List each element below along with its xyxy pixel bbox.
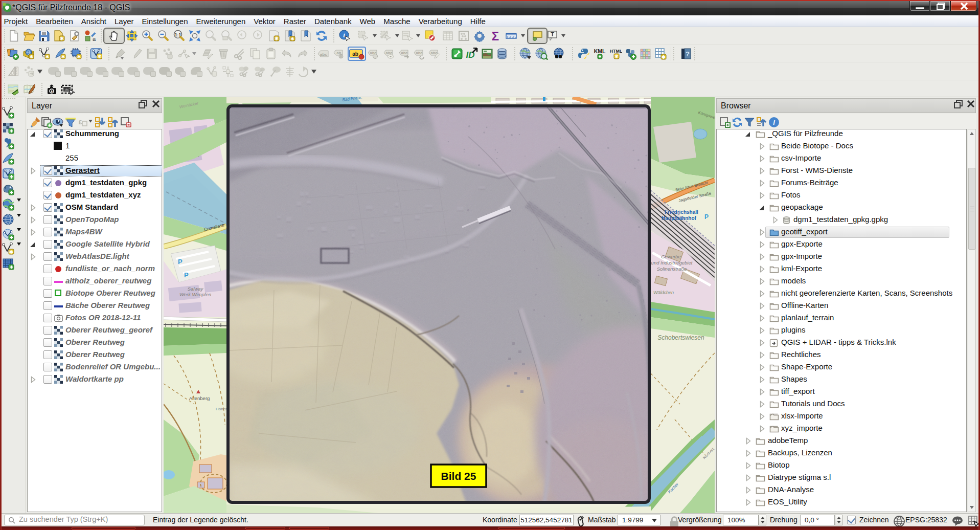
svg-text:HTML: HTML	[610, 49, 622, 54]
svg-text:Hauptbahnhof: Hauptbahnhof	[662, 215, 696, 221]
svg-text:abc: abc	[431, 51, 438, 55]
svg-text:✱: ✱	[662, 54, 666, 60]
svg-text:✱: ✱	[9, 249, 13, 255]
svg-text:KML: KML	[594, 48, 606, 54]
svg-text:✱: ✱	[45, 54, 50, 59]
svg-text:und Industriegebiet: und Industriegebiet	[651, 260, 693, 266]
svg-text:Salway: Salway	[188, 286, 204, 292]
svg-text:abc: abc	[320, 52, 327, 57]
svg-text:✱: ✱	[60, 36, 64, 41]
svg-text:T: T	[551, 31, 554, 37]
svg-text:Wäldchen: Wäldchen	[653, 290, 674, 295]
svg-text:ab: ab	[352, 51, 358, 57]
svg-text:✱: ✱	[614, 54, 619, 59]
svg-text:a: a	[93, 36, 96, 42]
svg-text:✱: ✱	[77, 54, 81, 59]
svg-text:Friedrichshall: Friedrichshall	[665, 209, 698, 215]
svg-text:Solinenstraße: Solinenstraße	[657, 266, 687, 272]
svg-text:✱: ✱	[290, 36, 294, 41]
svg-text:o: o	[51, 90, 53, 93]
svg-text:i: i	[773, 119, 775, 126]
svg-text:✱: ✱	[61, 54, 65, 59]
svg-text:?: ?	[686, 50, 690, 58]
svg-text:✱: ✱	[275, 36, 279, 41]
svg-text:P: P	[184, 271, 189, 279]
svg-text:abc: abc	[401, 51, 408, 55]
svg-text:Bild 25: Bild 25	[441, 470, 476, 482]
svg-text:Schobertswiesen: Schobertswiesen	[657, 334, 704, 341]
svg-text:P: P	[178, 258, 183, 266]
svg-text:P: P	[704, 213, 709, 220]
svg-text:i: i	[343, 31, 345, 39]
svg-text:1:1: 1:1	[175, 32, 181, 37]
svg-text:Σ: Σ	[492, 30, 499, 42]
svg-text:Gewerbe-: Gewerbe-	[661, 254, 682, 259]
svg-text:✱: ✱	[30, 54, 34, 59]
svg-text:ε: ε	[78, 117, 82, 126]
svg-text:✱: ✱	[97, 54, 101, 59]
svg-text:Altenberg: Altenberg	[189, 395, 210, 401]
svg-text:abc: abc	[416, 51, 423, 55]
svg-text:Werk Wimpfen: Werk Wimpfen	[179, 292, 211, 297]
